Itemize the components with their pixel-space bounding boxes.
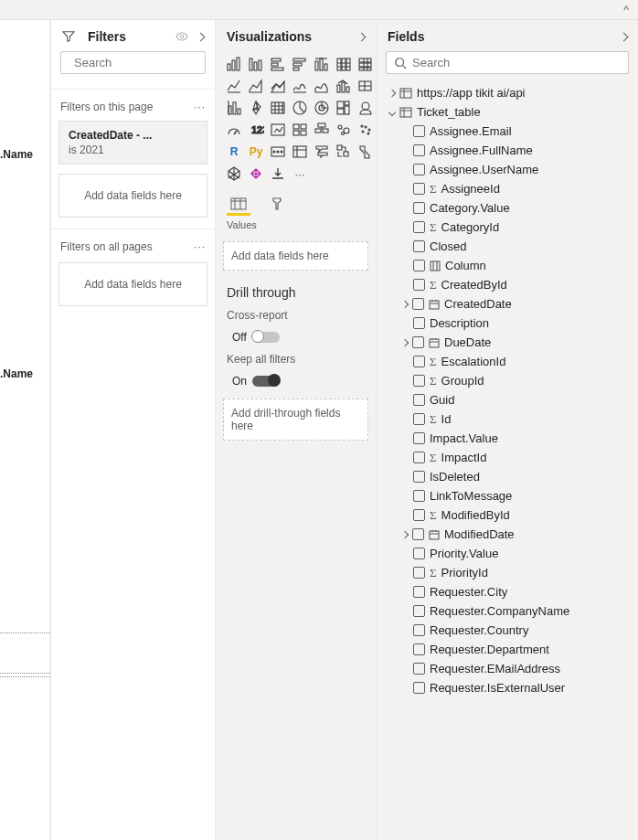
viz-type-16[interactable] <box>269 99 287 117</box>
chevron-right-icon[interactable] <box>620 32 629 41</box>
viz-type-28[interactable]: R <box>225 143 243 161</box>
field-row[interactable]: LinkToMessage <box>377 486 638 505</box>
field-row[interactable]: Requester.EMailAddress <box>377 659 638 678</box>
values-drop[interactable]: Add data fields here <box>223 241 368 271</box>
viz-type-34[interactable] <box>356 143 375 161</box>
viz-type-18[interactable] <box>313 99 331 117</box>
field-row[interactable]: Requester.IsExternalUser <box>377 678 638 697</box>
chevron-right-icon[interactable] <box>357 32 367 41</box>
keep-all-filters-toggle[interactable]: On <box>216 369 376 393</box>
field-row[interactable]: ΣCategoryId <box>377 218 638 237</box>
field-checkbox[interactable] <box>413 125 425 137</box>
field-row[interactable]: ModifiedDate <box>377 525 638 544</box>
field-row[interactable]: Assignee.UserName <box>377 160 638 179</box>
field-checkbox[interactable] <box>413 240 425 252</box>
viz-type-27[interactable] <box>356 121 375 139</box>
field-checkbox[interactable] <box>413 548 425 559</box>
filters-search[interactable] <box>60 51 206 74</box>
viz-type-14[interactable] <box>225 99 243 117</box>
field-row[interactable]: IsDeleted <box>377 467 638 486</box>
collapse-caret[interactable]: ^ <box>623 4 629 16</box>
viz-type-13[interactable] <box>356 77 375 95</box>
viz-type-21[interactable] <box>225 121 243 139</box>
field-checkbox[interactable] <box>413 663 425 675</box>
field-checkbox[interactable] <box>413 586 425 598</box>
field-row[interactable]: Requester.City <box>377 582 638 601</box>
field-row[interactable]: ΣModifiedById <box>377 505 638 525</box>
datasource-row[interactable]: https://app tikit ai/api <box>377 83 638 102</box>
viz-type-25[interactable] <box>313 121 331 139</box>
fields-search-input[interactable] <box>412 56 621 69</box>
field-row[interactable]: Closed <box>377 237 638 256</box>
viz-type-10[interactable] <box>291 77 309 95</box>
field-checkbox[interactable] <box>413 490 425 502</box>
field-row[interactable]: ΣGroupId <box>377 371 638 390</box>
field-row[interactable]: Column <box>377 256 638 275</box>
more-icon[interactable]: ··· <box>194 101 206 113</box>
field-checkbox[interactable] <box>413 260 425 271</box>
field-row[interactable]: Requester.CompanyName <box>377 601 638 621</box>
filters-page-drop[interactable]: Add data fields here <box>58 174 207 218</box>
field-row[interactable]: Category.Value <box>377 198 638 218</box>
viz-type-12[interactable] <box>335 77 353 95</box>
field-checkbox[interactable] <box>413 413 425 425</box>
field-row[interactable]: Assignee.Email <box>377 122 638 141</box>
field-row[interactable]: Priority.Value <box>377 544 638 563</box>
field-checkbox[interactable] <box>413 643 425 655</box>
viz-type-17[interactable] <box>291 99 309 117</box>
viz-type-23[interactable] <box>269 121 287 139</box>
field-checkbox[interactable] <box>413 471 425 483</box>
more-icon[interactable]: ··· <box>194 240 206 253</box>
field-checkbox[interactable] <box>413 452 425 463</box>
field-row[interactable]: Description <box>377 314 638 333</box>
field-row[interactable]: DueDate <box>377 333 638 352</box>
field-checkbox[interactable] <box>413 202 425 214</box>
field-checkbox[interactable] <box>413 432 425 444</box>
format-tab[interactable] <box>265 194 289 216</box>
field-row[interactable]: Guid <box>377 390 638 409</box>
field-row[interactable]: Impact.Value <box>377 429 638 448</box>
field-checkbox[interactable] <box>413 375 425 387</box>
field-checkbox[interactable] <box>413 605 425 617</box>
field-row[interactable]: Assignee.FullName <box>377 141 638 160</box>
viz-type-33[interactable] <box>335 143 353 161</box>
drillthrough-drop[interactable]: Add drill-through fields here <box>223 399 368 441</box>
viz-type-29[interactable]: Py <box>247 143 265 161</box>
chevron-right-icon[interactable] <box>197 32 206 41</box>
viz-type-36[interactable] <box>247 165 265 183</box>
field-checkbox[interactable] <box>413 317 425 329</box>
field-checkbox[interactable] <box>413 279 425 291</box>
viz-type-5[interactable] <box>335 55 353 73</box>
viz-type-32[interactable] <box>313 143 331 161</box>
viz-type-11[interactable] <box>313 77 331 95</box>
cross-report-toggle[interactable]: Off <box>216 325 376 349</box>
viz-type-6[interactable] <box>356 55 375 73</box>
field-row[interactable]: Requester.Department <box>377 640 638 659</box>
field-checkbox[interactable] <box>413 509 425 521</box>
viz-type-15[interactable] <box>247 99 265 117</box>
eye-icon[interactable] <box>175 30 188 43</box>
fields-tree[interactable]: https://app tikit ai/apiTicket_tableAssi… <box>377 83 638 833</box>
filter-card-createddate[interactable]: CreatedDate - ... is 2021 <box>58 121 207 165</box>
viz-type-35[interactable] <box>225 165 243 183</box>
field-checkbox[interactable] <box>413 356 425 367</box>
viz-type-9[interactable] <box>269 77 287 95</box>
table-row[interactable]: Ticket_table <box>377 102 638 122</box>
field-checkbox[interactable] <box>413 221 425 233</box>
filters-search-input[interactable] <box>74 56 228 69</box>
viz-type-2[interactable] <box>269 55 287 73</box>
field-row[interactable]: ΣEscalationId <box>377 352 638 371</box>
viz-type-24[interactable] <box>291 121 309 139</box>
viz-type-7[interactable] <box>225 77 243 95</box>
field-row[interactable]: ΣId <box>377 409 638 429</box>
viz-type-0[interactable] <box>225 55 243 73</box>
filters-all-drop[interactable]: Add data fields here <box>58 262 207 306</box>
field-row[interactable]: ΣPriorityId <box>377 563 638 582</box>
field-row[interactable]: Requester.Country <box>377 621 638 640</box>
viz-type-3[interactable] <box>291 55 309 73</box>
field-checkbox[interactable] <box>413 567 425 579</box>
field-checkbox[interactable] <box>412 528 424 540</box>
fields-tab[interactable] <box>227 194 250 216</box>
viz-type-22[interactable]: 123 <box>247 121 265 139</box>
fields-search[interactable] <box>386 51 629 74</box>
